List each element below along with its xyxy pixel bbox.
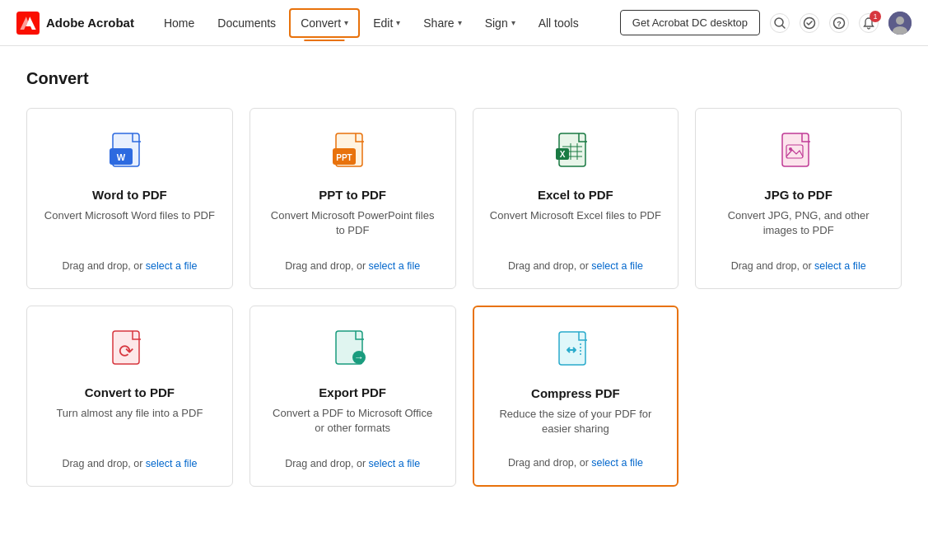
page-title: Convert — [26, 69, 902, 88]
convert-to-pdf-select-link[interactable]: select a file — [146, 458, 198, 469]
compress-pdf-footer: Drag and drop, or select a file — [508, 444, 643, 469]
jpg-to-pdf-icon — [777, 132, 820, 175]
nav-sign[interactable]: Sign ▾ — [475, 10, 525, 36]
jpg-to-pdf-footer: Drag and drop, or select a file — [731, 247, 866, 272]
export-pdf-icon: → — [331, 329, 374, 372]
jpg-to-pdf-title: JPG to PDF — [764, 188, 832, 202]
main-content: Convert W Word to PDF Convert Microsoft … — [0, 46, 928, 560]
svg-point-7 — [896, 16, 904, 25]
compress-pdf-desc: Reduce the size of your PDF for easier s… — [491, 407, 661, 444]
word-to-pdf-desc: Convert Microsoft Word files to PDF — [44, 208, 215, 247]
svg-text:→: → — [354, 352, 364, 363]
avatar-image — [888, 12, 912, 35]
jpg-to-pdf-desc: Convert JPG, PNG, and other images to PD… — [712, 208, 884, 247]
excel-to-pdf-title: Excel to PDF — [538, 188, 613, 202]
export-pdf-desc: Convert a PDF to Microsoft Office or oth… — [267, 406, 439, 445]
checkmark-icon-button[interactable] — [800, 13, 819, 33]
nav-documents[interactable]: Documents — [208, 10, 286, 36]
checkmark-circle-icon — [803, 16, 816, 30]
ppt-to-pdf-footer: Drag and drop, or select a file — [285, 247, 420, 272]
excel-to-pdf-desc: Convert Microsoft Excel files to PDF — [490, 208, 661, 247]
jpg-to-pdf-select-link[interactable]: select a file — [814, 260, 866, 272]
ppt-to-pdf-desc: Convert Microsoft PowerPoint files to PD… — [267, 208, 439, 247]
convert-to-pdf-card[interactable]: ⟳ Convert to PDF Turn almost any file in… — [26, 306, 233, 487]
svg-text:W: W — [117, 152, 126, 162]
tools-grid: W Word to PDF Convert Microsoft Word fil… — [26, 108, 902, 487]
compress-pdf-icon — [554, 330, 597, 373]
word-to-pdf-select-link[interactable]: select a file — [146, 260, 198, 272]
main-nav: Home Documents Convert ▾ Edit ▾ Share ▾ … — [154, 8, 620, 38]
ppt-to-pdf-card[interactable]: PPT PPT to PDF Convert Microsoft PowerPo… — [249, 108, 456, 289]
word-to-pdf-title: Word to PDF — [92, 188, 167, 202]
adobe-logo-icon — [16, 12, 40, 35]
convert-to-pdf-footer: Drag and drop, or select a file — [62, 445, 197, 469]
compress-pdf-select-link[interactable]: select a file — [591, 457, 643, 469]
excel-to-pdf-icon: X — [554, 132, 597, 175]
notification-badge: 1 — [870, 11, 881, 22]
svg-line-2 — [782, 26, 785, 28]
nav-edit[interactable]: Edit ▾ — [363, 10, 410, 36]
compress-pdf-title: Compress PDF — [531, 386, 620, 400]
edit-chevron-icon: ▾ — [396, 18, 400, 27]
get-acrobat-button[interactable]: Get Acrobat DC desktop — [620, 10, 760, 35]
svg-text:⟳: ⟳ — [119, 341, 133, 362]
excel-to-pdf-footer: Drag and drop, or select a file — [508, 247, 643, 272]
nav-home[interactable]: Home — [154, 10, 204, 36]
ppt-to-pdf-icon: PPT — [331, 132, 374, 175]
logo[interactable]: Adobe Acrobat — [16, 12, 134, 35]
sign-chevron-icon: ▾ — [511, 18, 515, 27]
logo-text: Adobe Acrobat — [46, 16, 134, 30]
export-pdf-card[interactable]: → Export PDF Convert a PDF to Microsoft … — [249, 306, 456, 487]
notification-icon-button[interactable]: 1 — [859, 13, 879, 33]
header: Adobe Acrobat Home Documents Convert ▾ E… — [0, 0, 928, 46]
svg-text:X: X — [560, 150, 566, 159]
share-chevron-icon: ▾ — [458, 18, 462, 27]
excel-to-pdf-select-link[interactable]: select a file — [591, 260, 643, 272]
search-icon — [773, 16, 786, 30]
ppt-to-pdf-select-link[interactable]: select a file — [369, 260, 421, 272]
nav-all-tools[interactable]: All tools — [529, 10, 589, 36]
export-pdf-title: Export PDF — [319, 385, 386, 399]
word-to-pdf-icon: W — [108, 132, 151, 175]
ppt-to-pdf-title: PPT to PDF — [319, 188, 386, 202]
nav-convert[interactable]: Convert ▾ — [289, 8, 360, 38]
export-pdf-select-link[interactable]: select a file — [369, 458, 421, 469]
convert-to-pdf-icon: ⟳ — [108, 329, 151, 372]
word-to-pdf-footer: Drag and drop, or select a file — [62, 247, 197, 272]
compress-pdf-card[interactable]: Compress PDF Reduce the size of your PDF… — [473, 306, 679, 487]
help-icon: ? — [832, 16, 846, 30]
user-avatar[interactable] — [888, 12, 912, 35]
svg-text:PPT: PPT — [336, 153, 352, 162]
word-to-pdf-card[interactable]: W Word to PDF Convert Microsoft Word fil… — [26, 108, 233, 289]
convert-to-pdf-desc: Turn almost any file into a PDF — [56, 406, 203, 445]
jpg-to-pdf-card[interactable]: JPG to PDF Convert JPG, PNG, and other i… — [695, 108, 902, 289]
svg-text:?: ? — [837, 20, 842, 28]
excel-to-pdf-card[interactable]: X Excel to PDF Convert Microsoft Excel f… — [473, 108, 679, 289]
help-icon-button[interactable]: ? — [829, 13, 849, 33]
export-pdf-footer: Drag and drop, or select a file — [285, 445, 420, 469]
header-right: Get Acrobat DC desktop ? 1 — [620, 10, 912, 35]
search-icon-button[interactable] — [770, 13, 790, 33]
convert-chevron-icon: ▾ — [344, 18, 348, 27]
svg-rect-31 — [559, 332, 585, 365]
convert-to-pdf-title: Convert to PDF — [85, 385, 175, 399]
nav-share[interactable]: Share ▾ — [413, 10, 471, 36]
